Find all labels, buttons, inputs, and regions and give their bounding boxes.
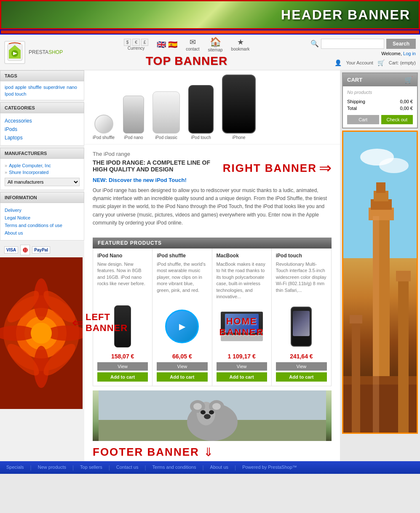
add-cart-button-nano[interactable]: Add to cart bbox=[97, 372, 148, 382]
iphone-item: iPhone bbox=[222, 75, 256, 140]
bookmark-icon: ★ bbox=[237, 37, 244, 47]
currency-selector[interactable]: $ € £ Currency bbox=[124, 39, 149, 51]
category-accessories-link[interactable]: Accessories bbox=[5, 118, 32, 124]
footer-top-sellers[interactable]: Top sellers bbox=[80, 465, 102, 470]
footer-about[interactable]: About us bbox=[210, 465, 228, 470]
manufacturers-section: MANUFACTURERS Apple Computer, Inc Shure … bbox=[0, 148, 84, 190]
product-card-ipod-touch: iPod touch Revolutionary Multi-Touch int… bbox=[272, 248, 331, 386]
footer-sep-6: | bbox=[235, 465, 236, 470]
tag-superdrive[interactable]: superdrive bbox=[43, 85, 65, 90]
manufacturer-shure-link[interactable]: Shure Incorporated bbox=[9, 170, 48, 175]
left-banner-text: LEFT BANNER bbox=[86, 312, 148, 334]
ipod-shuffle-image bbox=[94, 115, 113, 134]
tag-shuffle[interactable]: shuffle bbox=[28, 85, 42, 90]
main-container: TAGS ipod apple shuffle superdrive nano … bbox=[0, 70, 420, 461]
product-name-touch: iPod touch bbox=[276, 253, 327, 259]
home-banner-text-overlay: HOME BANNER bbox=[219, 316, 264, 337]
ipod-nano-image bbox=[123, 96, 144, 134]
sitemap-link[interactable]: 🏠 sitemap bbox=[208, 37, 223, 52]
total-label: Total bbox=[347, 106, 357, 111]
ipod-touch-label: iPod touch bbox=[191, 135, 211, 140]
account-link[interactable]: Your Account bbox=[346, 60, 373, 65]
currency-usd[interactable]: $ bbox=[124, 39, 131, 46]
manufacturer-shure[interactable]: Shure Incorporated bbox=[5, 169, 80, 176]
manufacturer-select[interactable]: All manufacturers bbox=[5, 178, 80, 186]
info-delivery[interactable]: Delivery bbox=[5, 206, 80, 214]
product-price-macbook: 1 109,17 € bbox=[217, 353, 267, 360]
language-flags: 🇬🇧 🇪🇸 bbox=[157, 40, 177, 49]
delivery-link[interactable]: Delivery bbox=[5, 208, 21, 213]
footer-links: Specials | New products | Top sellers | … bbox=[6, 465, 414, 470]
svg-point-24 bbox=[212, 403, 221, 410]
bookmark-link[interactable]: ★ bookmark bbox=[231, 37, 250, 51]
view-button-touch[interactable]: View bbox=[276, 362, 327, 371]
add-cart-button-touch[interactable]: Add to cart bbox=[276, 372, 327, 382]
page-footer: Specials | New products | Top sellers | … bbox=[0, 461, 420, 474]
add-cart-button-macbook[interactable]: Add to cart bbox=[217, 372, 267, 382]
info-terms[interactable]: Terms and conditions of use bbox=[5, 222, 80, 229]
currency-label: Currency bbox=[128, 46, 145, 51]
currency-gbp[interactable]: £ bbox=[141, 39, 149, 46]
tag-nano[interactable]: nano bbox=[67, 85, 77, 90]
currency-eur[interactable]: € bbox=[132, 39, 140, 46]
product-desc-nano: New design. New features. Now in 8GB and… bbox=[97, 261, 148, 300]
ipod-shuffle-label: iPod shuffle bbox=[93, 135, 115, 140]
logo-presta: PRESTA bbox=[29, 49, 48, 55]
tag-ipod[interactable]: ipod bbox=[5, 85, 13, 90]
shipping-value: 0,00 € bbox=[400, 99, 413, 104]
search-input[interactable] bbox=[321, 39, 384, 49]
terms-link[interactable]: Terms and conditions of use bbox=[5, 223, 62, 228]
info-legal[interactable]: Legal Notice bbox=[5, 214, 80, 222]
main-text-area: The iPod range THE IPOD RANGE: A COMPLET… bbox=[84, 144, 340, 233]
view-button-shuffle[interactable]: View bbox=[157, 362, 207, 371]
cart-body: No products Shipping 0,00 € Total 0,00 €… bbox=[343, 86, 417, 128]
tags-section: TAGS ipod apple shuffle superdrive nano … bbox=[0, 70, 84, 100]
logo-icon bbox=[4, 41, 25, 64]
category-accessories[interactable]: Accessories bbox=[5, 117, 80, 125]
top-banner-text: TOP BANNER bbox=[146, 54, 227, 68]
tag-apple[interactable]: apple bbox=[15, 85, 27, 90]
tag-ipod-touch[interactable]: Ipod touch bbox=[5, 91, 26, 96]
mastercard-icon: ⊕ bbox=[20, 245, 30, 255]
cart-title: CART bbox=[347, 77, 362, 83]
manufacturer-apple-link[interactable]: Apple Computer, Inc bbox=[9, 163, 51, 168]
legal-link[interactable]: Legal Notice bbox=[5, 215, 30, 220]
contact-label: contact bbox=[186, 47, 199, 51]
manufacturer-apple[interactable]: Apple Computer, Inc bbox=[5, 162, 80, 169]
product-img-shuffle: ▶ bbox=[157, 303, 207, 350]
view-button-macbook[interactable]: View bbox=[217, 362, 267, 371]
login-link[interactable]: Log in bbox=[403, 51, 416, 56]
category-laptops[interactable]: Laptops bbox=[5, 134, 80, 142]
shipping-label: Shipping bbox=[347, 99, 365, 104]
flag-en[interactable]: 🇬🇧 bbox=[157, 40, 166, 49]
add-cart-button-shuffle[interactable]: Add to cart bbox=[157, 372, 207, 382]
info-list: Delivery Legal Notice Terms and conditio… bbox=[5, 206, 80, 237]
cart-link[interactable]: Cart: (empty) bbox=[389, 60, 416, 65]
flag-es[interactable]: 🇪🇸 bbox=[168, 40, 177, 49]
category-ipods-link[interactable]: iPods bbox=[5, 126, 17, 132]
ipod-nano-item: iPod nano bbox=[123, 96, 144, 140]
categories-title: CATEGORIES bbox=[0, 102, 84, 113]
footer-contact[interactable]: Contact us bbox=[116, 465, 139, 470]
ipod-touch-product-img bbox=[291, 307, 312, 347]
featured-section: FEATURED PRODUCTS iPod Nano New design. … bbox=[93, 238, 332, 386]
visa-icon: VISA bbox=[4, 246, 18, 254]
footer-specials[interactable]: Specials bbox=[6, 465, 24, 470]
view-button-nano[interactable]: View bbox=[97, 362, 148, 371]
ipod-classic-item: iPod classic bbox=[152, 91, 180, 140]
category-laptops-link[interactable]: Laptops bbox=[5, 135, 23, 141]
footer-sep-3: | bbox=[109, 465, 110, 470]
about-link[interactable]: About us bbox=[5, 230, 23, 235]
contact-link[interactable]: ✉ contact bbox=[186, 37, 199, 51]
search-button[interactable]: Search bbox=[386, 39, 416, 49]
category-ipods[interactable]: iPods bbox=[5, 125, 80, 134]
footer-sep-1: | bbox=[30, 465, 32, 470]
info-about[interactable]: About us bbox=[5, 229, 80, 237]
footer-terms[interactable]: Terms and conditions bbox=[152, 465, 196, 470]
footer-banner-area: FOOTER BANNER ⇓ bbox=[84, 443, 340, 461]
product-desc-touch: Revolutionary Multi-Touch interface 3.5-… bbox=[276, 261, 327, 300]
main-description: Our iPod range has been designed to allo… bbox=[93, 187, 332, 227]
checkout-button[interactable]: Check out bbox=[381, 115, 413, 124]
footer-new-products[interactable]: New products bbox=[38, 465, 66, 470]
cart-button[interactable]: Cart bbox=[347, 115, 379, 124]
